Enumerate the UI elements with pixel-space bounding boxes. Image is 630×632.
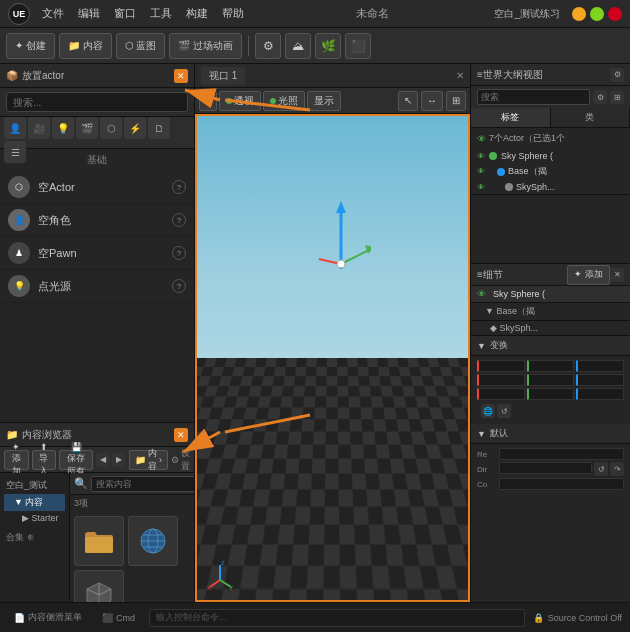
transform-z-field[interactable] <box>576 360 624 372</box>
outliner-tab-classes[interactable]: 类 <box>551 108 631 127</box>
transform-sz-field[interactable] <box>576 388 624 400</box>
details-close-btn[interactable]: ✕ <box>610 268 624 282</box>
settings-icon-btn[interactable]: ⚙ <box>255 33 281 59</box>
perspective-label: 透视 <box>234 94 254 108</box>
terrain-icon-btn[interactable]: ⛰ <box>285 33 311 59</box>
dir-label: Dir <box>477 465 497 474</box>
close-window-button[interactable] <box>608 7 622 21</box>
transform-rx-field[interactable] <box>477 374 525 386</box>
menu-edit[interactable]: 编辑 <box>72 4 106 23</box>
transform-y-field[interactable] <box>527 360 575 372</box>
mode-icon-2[interactable]: 🎥 <box>28 117 50 139</box>
content-browser-close-button[interactable]: ✕ <box>174 428 188 442</box>
mode-icon-6[interactable]: ⚡ <box>124 117 146 139</box>
menu-build[interactable]: 构建 <box>180 4 214 23</box>
viewport-menu-btn[interactable]: ≡ <box>199 91 217 111</box>
transform-collapse[interactable]: ▼ 变换 <box>471 336 630 356</box>
actor-pawn-help[interactable]: ? <box>172 246 186 260</box>
actor-character-help[interactable]: ? <box>172 213 186 227</box>
content-back-btn[interactable]: ◀ <box>96 453 110 467</box>
dir-icon1[interactable]: ↺ <box>594 462 608 476</box>
menu-window[interactable]: 窗口 <box>108 4 142 23</box>
viewport-select-btn[interactable]: ↖ <box>398 91 418 111</box>
re-label: Re <box>477 450 497 459</box>
actor-item-light[interactable]: 💡 点光源 ? <box>0 270 194 303</box>
viewport-translate-btn[interactable]: ↔ <box>421 91 443 111</box>
details-add-button[interactable]: ✦ 添加 <box>567 265 610 285</box>
details-sky-sphere[interactable]: 👁 Sky Sphere ( <box>471 286 630 303</box>
asset-folder[interactable] <box>74 516 124 566</box>
tree-starter[interactable]: ▶ Starter <box>4 511 65 525</box>
actor-item-empty[interactable]: ⬡ 空Actor ? <box>0 171 194 204</box>
place-actor-close-button[interactable]: ✕ <box>174 69 188 83</box>
outliner-search-input[interactable] <box>477 89 590 105</box>
console-input[interactable]: 输入控制台命令... <box>149 609 525 627</box>
minimize-button[interactable] <box>572 7 586 21</box>
transform-sx-field[interactable] <box>477 388 525 400</box>
outliner-view-btn[interactable]: ⊞ <box>610 90 624 104</box>
outliner-tab-labels[interactable]: 标签 <box>471 108 551 127</box>
viewport-close[interactable]: ✕ <box>456 70 464 81</box>
content-search-input[interactable] <box>91 476 194 492</box>
content-import-button[interactable]: ⬆ 导入 <box>32 450 57 470</box>
default-collapse[interactable]: ▼ 默认 <box>471 424 630 444</box>
viewport-perspective-btn[interactable]: 透视 <box>219 91 261 111</box>
viewport-tab[interactable]: 视口 1 <box>201 67 245 85</box>
mode-icon-5[interactable]: ⬡ <box>100 117 122 139</box>
dir-field[interactable] <box>499 462 592 474</box>
content-button[interactable]: 📁 内容 <box>59 33 112 59</box>
asset-globe[interactable] <box>128 516 178 566</box>
viewport-grid-btn[interactable]: ⊞ <box>446 91 466 111</box>
actor-item-pawn[interactable]: ♟ 空Pawn ? <box>0 237 194 270</box>
viewport-lighting-btn[interactable]: 光照 <box>263 91 305 111</box>
outliner-filter-btn[interactable]: ⚙ <box>593 90 607 104</box>
content-add-button[interactable]: ✦ 添加 <box>4 450 29 470</box>
re-field[interactable] <box>499 448 624 460</box>
tree-root[interactable]: 空白_测试 <box>4 477 65 494</box>
tree-content[interactable]: ▼ 内容 <box>4 494 65 511</box>
menu-tools[interactable]: 工具 <box>144 4 178 23</box>
transform-x-field[interactable] <box>477 360 525 372</box>
create-button[interactable]: ✦ 创建 <box>6 33 55 59</box>
content-save-button[interactable]: 💾 保存所有 <box>59 450 93 470</box>
cmd-label: Cmd <box>116 613 135 623</box>
mode-icon-7[interactable]: 🗋 <box>148 117 170 139</box>
viewport-area[interactable]: Z X Y <box>195 114 470 602</box>
actor-item-character[interactable]: 👤 空角色 ? <box>0 204 194 237</box>
reset-icon[interactable]: ↺ <box>497 404 511 418</box>
world-icon[interactable]: 🌐 <box>481 404 495 418</box>
outliner-sky-sphere[interactable]: 👁 Sky Sphere ( <box>471 149 630 163</box>
outliner-base[interactable]: 👁 Base（揭 <box>471 163 630 180</box>
content-sidebar-btn[interactable]: 📄 内容侧滑菜单 <box>8 609 88 626</box>
menu-help[interactable]: 帮助 <box>216 4 250 23</box>
details-base-item[interactable]: ▼ Base（揭 <box>471 303 630 321</box>
blueprint-button[interactable]: ⬡ 蓝图 <box>116 33 166 59</box>
menu-file[interactable]: 文件 <box>36 4 70 23</box>
actor-search-bar <box>0 88 194 117</box>
content-forward-btn[interactable]: ▶ <box>112 453 126 467</box>
outliner-settings-btn[interactable]: ⚙ <box>610 68 624 82</box>
transform-ry-field[interactable] <box>527 374 575 386</box>
cmd-btn[interactable]: ⬛ Cmd <box>96 611 141 625</box>
outliner-sky-sub[interactable]: 👁 SkySph... <box>471 180 630 194</box>
content-settings-btn[interactable]: ⚙ 设置 <box>171 447 190 473</box>
asset-cube[interactable] <box>74 570 124 602</box>
maximize-button[interactable] <box>590 7 604 21</box>
extra-icon-btn[interactable]: ⬛ <box>345 33 371 59</box>
grass-icon-btn[interactable]: 🌿 <box>315 33 341 59</box>
actor-search-input[interactable] <box>6 92 188 112</box>
mode-icon-3[interactable]: 💡 <box>52 117 74 139</box>
transform-sy-field[interactable] <box>527 388 575 400</box>
source-control-status[interactable]: 🔒 Source Control Off <box>533 613 622 623</box>
actor-light-help[interactable]: ? <box>172 279 186 293</box>
dir-icon2[interactable]: ↷ <box>610 462 624 476</box>
co-field[interactable] <box>499 478 624 490</box>
cinematic-button[interactable]: 🎬 过场动画 <box>169 33 242 59</box>
viewport-show-btn[interactable]: 显示 <box>307 91 341 111</box>
details-sky-sub-item[interactable]: ◆ SkySph... <box>471 321 630 336</box>
transform-rz-field[interactable] <box>576 374 624 386</box>
mode-icon-4[interactable]: 🎬 <box>76 117 98 139</box>
mode-icon-1[interactable]: 👤 <box>4 117 26 139</box>
actor-empty-help[interactable]: ? <box>172 180 186 194</box>
content-folder-btn[interactable]: 📁 内容 › <box>129 450 168 470</box>
